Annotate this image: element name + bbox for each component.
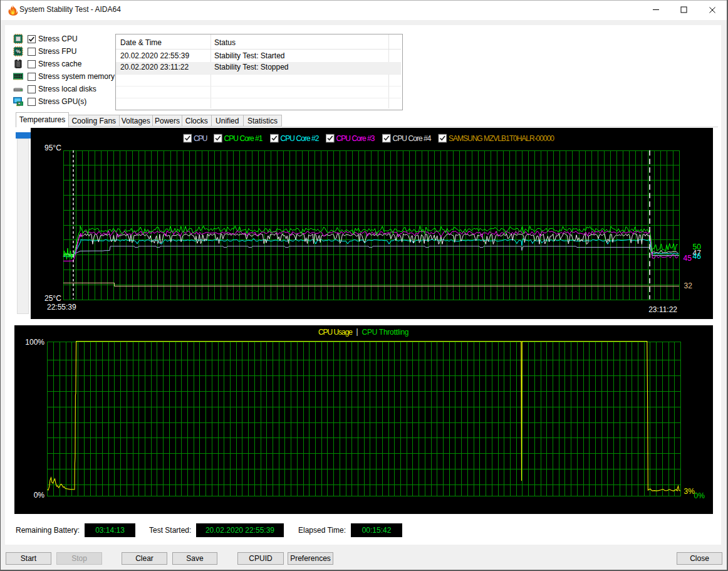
svg-text:95°C: 95°C	[44, 144, 61, 152]
svg-text:CPU Core #4: CPU Core #4	[393, 134, 432, 143]
svg-text:CPU Core #1: CPU Core #1	[224, 134, 263, 143]
svg-text:0%: 0%	[34, 491, 45, 500]
svg-text:|: |	[356, 327, 358, 336]
svg-text:23:11:22: 23:11:22	[648, 305, 677, 314]
svg-text:46: 46	[693, 252, 702, 261]
svg-text:32: 32	[684, 281, 693, 290]
svg-text:CPU Usage: CPU Usage	[318, 328, 353, 337]
svg-text:45: 45	[684, 254, 692, 263]
svg-text:25°C: 25°C	[44, 294, 61, 303]
svg-text:SAMSUNG MZVLB1T0HALR-00000: SAMSUNG MZVLB1T0HALR-00000	[449, 134, 554, 143]
svg-text:22:55:39: 22:55:39	[47, 303, 76, 312]
svg-text:CPU Core #2: CPU Core #2	[281, 134, 320, 143]
svg-text:100%: 100%	[25, 338, 44, 347]
svg-text:0%: 0%	[694, 491, 705, 500]
svg-text:CPU: CPU	[194, 134, 208, 143]
svg-text:CPU Core #3: CPU Core #3	[336, 134, 375, 143]
svg-text:%: %	[16, 48, 21, 55]
svg-text:CPU Throttling: CPU Throttling	[362, 328, 409, 337]
